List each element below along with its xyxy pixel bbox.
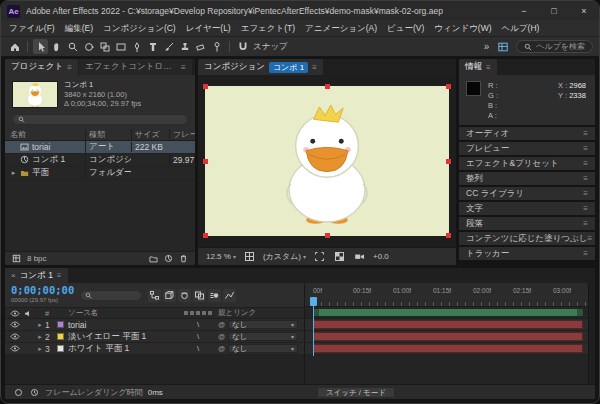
- composition-flowchart-icon[interactable]: [148, 289, 161, 302]
- panel-menu-icon[interactable]: ≡: [486, 63, 491, 72]
- panel-menu-icon[interactable]: ≡: [583, 144, 588, 153]
- clock-icon[interactable]: [29, 387, 40, 398]
- panel-preview[interactable]: プレビュー≡: [459, 142, 595, 155]
- interpret-footage-icon[interactable]: [12, 254, 21, 263]
- tab-composition[interactable]: コンポジション コンポ 1 ≡: [198, 59, 323, 75]
- menu-layer[interactable]: レイヤー(L): [181, 21, 236, 36]
- close-tab-icon[interactable]: ×: [11, 271, 16, 280]
- exposure-value[interactable]: +0.0: [373, 252, 389, 261]
- label-color-chip[interactable]: [57, 345, 64, 352]
- layer-name[interactable]: 淡いイエロー 平面 1: [68, 331, 178, 343]
- panel-menu-icon[interactable]: ≡: [583, 174, 588, 183]
- quality-switch-icon[interactable]: \: [178, 332, 218, 341]
- motion-blur-icon[interactable]: [208, 289, 221, 302]
- snap-magnet-icon[interactable]: [235, 39, 250, 54]
- active-comp-name[interactable]: コンポ 1: [269, 62, 308, 73]
- project-row-heimen[interactable]: ▸ 平面 フォルダー: [5, 167, 195, 180]
- panel-menu-icon[interactable]: ≡: [312, 63, 317, 72]
- source-name-column[interactable]: ソース名: [68, 308, 178, 318]
- parent-select[interactable]: なし▾: [228, 344, 298, 353]
- composition-canvas[interactable]: [205, 86, 449, 236]
- orbit-tool-icon[interactable]: [81, 39, 96, 54]
- expand-caret-icon[interactable]: ▸: [35, 321, 45, 329]
- pickwhip-icon[interactable]: @: [218, 345, 225, 352]
- project-thumbnail[interactable]: [12, 81, 58, 108]
- pan-behind-tool-icon[interactable]: [97, 39, 112, 54]
- tab-timeline-comp[interactable]: × コンポ 1 ≡: [5, 268, 68, 283]
- maximize-button[interactable]: □: [539, 1, 569, 21]
- expand-caret-icon[interactable]: ▸: [10, 169, 17, 177]
- type-tool-icon[interactable]: [145, 39, 160, 54]
- new-folder-icon[interactable]: [149, 255, 158, 263]
- panel-tracker[interactable]: トラッカー≡: [459, 247, 595, 260]
- eye-icon[interactable]: [10, 345, 20, 352]
- quality-switch-icon[interactable]: \: [178, 320, 218, 329]
- time-ruler[interactable]: 00f 00:15f 01:00f 01:15f 02:00f 02:15f 0…: [305, 283, 588, 307]
- column-type[interactable]: 種類: [85, 129, 131, 140]
- magnification-select[interactable]: 12.5 %▾: [206, 252, 236, 261]
- graph-editor-icon[interactable]: [223, 289, 236, 302]
- selection-handle[interactable]: [446, 159, 451, 164]
- zoom-tool-icon[interactable]: [65, 39, 80, 54]
- work-area-bar[interactable]: [313, 309, 583, 316]
- grid-guides-icon[interactable]: [243, 250, 256, 263]
- pickwhip-icon[interactable]: @: [218, 333, 225, 340]
- project-row-toriai[interactable]: toriai アート 222 KB: [5, 141, 195, 154]
- layer-row-3[interactable]: ▸ 3 ホワイト 平面 1 \ @ なし▾: [5, 343, 304, 355]
- menu-edit[interactable]: 編集(E): [60, 21, 98, 36]
- panel-menu-icon[interactable]: ≡: [583, 189, 588, 198]
- panel-menu-icon[interactable]: ≡: [583, 219, 588, 228]
- panel-audio[interactable]: オーディオ≡: [459, 127, 595, 140]
- brush-tool-icon[interactable]: [161, 39, 176, 54]
- menu-file[interactable]: ファイル(F): [4, 21, 60, 36]
- selection-handle[interactable]: [446, 233, 451, 238]
- selection-handle[interactable]: [203, 159, 208, 164]
- expand-caret-icon[interactable]: ▸: [35, 333, 45, 341]
- panel-menu-icon[interactable]: ≡: [587, 234, 592, 243]
- layer-row-1[interactable]: ▸ 1 toriai \ @ なし▾: [5, 319, 304, 331]
- panel-menu-icon[interactable]: ≡: [67, 63, 72, 72]
- tab-info[interactable]: 情報 ≡: [459, 59, 497, 75]
- panel-menu-icon[interactable]: ≡: [583, 204, 588, 213]
- region-of-interest-icon[interactable]: [313, 250, 326, 263]
- menu-help[interactable]: ヘルプ(H): [497, 21, 545, 36]
- selection-handle[interactable]: [446, 84, 451, 89]
- clone-stamp-tool-icon[interactable]: [177, 39, 192, 54]
- layer-name[interactable]: toriai: [68, 320, 178, 330]
- speaker-icon[interactable]: [24, 310, 31, 317]
- column-name[interactable]: 名前: [5, 129, 85, 140]
- puppet-pin-tool-icon[interactable]: [209, 39, 224, 54]
- project-list-header[interactable]: 名前 種類 サイズ フレー: [5, 129, 195, 141]
- timeline-search-input[interactable]: [80, 290, 142, 301]
- toolbar-overflow-button[interactable]: »: [484, 41, 490, 52]
- column-size[interactable]: サイズ: [131, 129, 169, 140]
- layer-name[interactable]: ホワイト 平面 1: [68, 343, 178, 355]
- selection-handle[interactable]: [325, 84, 330, 89]
- panel-menu-icon[interactable]: ≡: [57, 271, 62, 280]
- label-color-chip[interactable]: [57, 333, 64, 340]
- hand-tool-icon[interactable]: [49, 39, 64, 54]
- workspace-icon[interactable]: [495, 39, 510, 54]
- minimize-button[interactable]: −: [509, 1, 539, 21]
- layer-duration-bar[interactable]: [313, 344, 583, 353]
- quality-switch-icon[interactable]: \: [178, 344, 218, 353]
- menu-effect[interactable]: エフェクト(T): [236, 21, 300, 36]
- project-row-comp1[interactable]: コンポ 1 コンポジション 29.97: [5, 154, 195, 167]
- menu-view[interactable]: ビュー(V): [382, 21, 429, 36]
- panel-menu-icon[interactable]: ≡: [583, 129, 588, 138]
- new-composition-icon[interactable]: [164, 254, 173, 263]
- menu-window[interactable]: ウィンドウ(W): [429, 21, 496, 36]
- expand-caret-icon[interactable]: ▸: [35, 345, 45, 353]
- panel-menu-icon[interactable]: ≡: [181, 63, 186, 72]
- menu-composition[interactable]: コンポジション(C): [98, 21, 181, 36]
- current-time-indicator[interactable]: [313, 298, 314, 356]
- eye-icon[interactable]: [10, 321, 20, 328]
- parent-select[interactable]: なし▾: [228, 320, 298, 329]
- current-timecode[interactable]: 0;00;00;00: [11, 285, 74, 295]
- panel-align[interactable]: 整列≡: [459, 172, 595, 185]
- pen-tool-icon[interactable]: [129, 39, 144, 54]
- panel-effects-presets[interactable]: エフェクト&プリセット≡: [459, 157, 595, 170]
- panel-content-aware-fill[interactable]: コンテンツに応じた塗りつぶし≡: [459, 232, 595, 245]
- column-fps[interactable]: フレー: [169, 129, 195, 140]
- layer-duration-bar[interactable]: [313, 332, 583, 341]
